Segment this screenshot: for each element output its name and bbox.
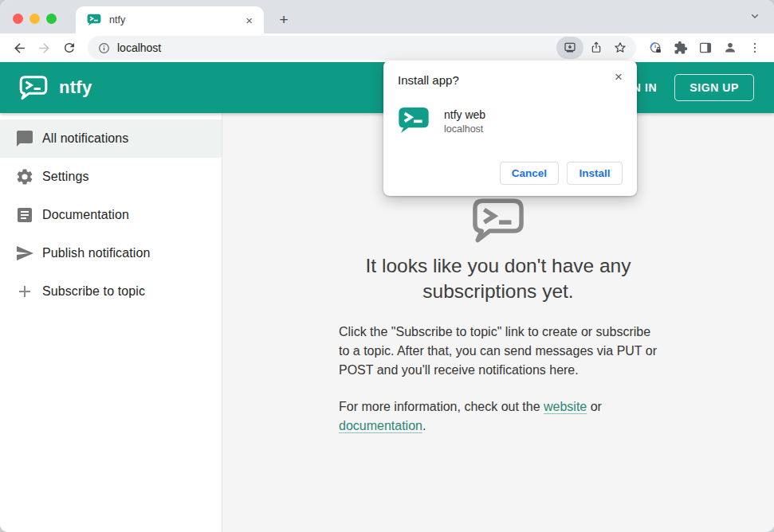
dialog-app-row: ntfy web localhost: [398, 105, 623, 137]
more-info-text: .: [422, 419, 426, 432]
bookmark-star-icon[interactable]: [609, 37, 631, 59]
ntfy-logo-gray-icon: [339, 198, 658, 244]
new-tab-button[interactable]: +: [274, 10, 293, 29]
sidebar-item-label: Subscribe to topic: [42, 284, 145, 299]
cancel-button[interactable]: Cancel: [500, 162, 559, 185]
ntfy-brand: ntfy: [19, 76, 92, 100]
window-close-button[interactable]: [13, 14, 23, 24]
site-info-icon[interactable]: [97, 41, 111, 55]
install-app-dialog: Install app? × ntfy web localhost Cancel…: [383, 61, 637, 196]
website-link[interactable]: website: [544, 400, 587, 413]
sidebar-item-all-notifications[interactable]: All notifications: [0, 119, 222, 158]
empty-state-more-info: For more information, check out the webs…: [339, 397, 658, 436]
gear-icon: [15, 167, 34, 186]
browser-toolbar: localhost: [0, 33, 774, 62]
dialog-close-icon[interactable]: ×: [610, 68, 627, 86]
sidebar-item-publish-notification[interactable]: Publish notification: [0, 234, 222, 272]
window-minimize-button[interactable]: [29, 14, 40, 24]
reload-icon[interactable]: [60, 37, 80, 59]
tab-strip: ntfy × +: [0, 0, 774, 33]
ntfy-app-icon: [398, 105, 430, 137]
plus-icon: [15, 282, 34, 301]
tab-title: ntfy: [109, 14, 242, 25]
extensions-puzzle-icon[interactable]: [670, 37, 692, 59]
ntfy-favicon-icon: [87, 13, 101, 27]
ntfy-logo-icon: [19, 76, 48, 100]
article-icon: [15, 205, 34, 225]
sidebar-item-label: Documentation: [42, 208, 129, 222]
profile-avatar-icon[interactable]: [719, 37, 741, 59]
browser-window: ntfy × +: [0, 0, 774, 532]
sidebar-item-label: Settings: [42, 170, 89, 184]
empty-state-paragraph: Click the "Subscribe to topic" link to c…: [339, 323, 658, 380]
window-zoom-button[interactable]: [46, 14, 57, 24]
documentation-link[interactable]: documentation: [339, 419, 422, 432]
dialog-title: Install app?: [398, 73, 623, 87]
dialog-app-name: ntfy web: [444, 108, 485, 121]
back-icon[interactable]: [10, 37, 29, 59]
sidebar-item-settings[interactable]: Settings: [0, 158, 222, 196]
address-bar[interactable]: localhost: [88, 36, 636, 60]
chat-icon: [15, 129, 34, 148]
install-button[interactable]: Install: [567, 162, 623, 185]
more-info-text: or: [587, 400, 602, 413]
install-app-icon[interactable]: [556, 37, 583, 59]
extension-lock-icon[interactable]: [645, 37, 667, 59]
dialog-actions: Cancel Install: [500, 162, 623, 185]
sidebar: All notifications Settings Documentation…: [0, 113, 222, 532]
browser-menu-icon[interactable]: [744, 37, 766, 59]
sidebar-item-documentation[interactable]: Documentation: [0, 196, 222, 234]
sidebar-item-subscribe-to-topic[interactable]: Subscribe to topic: [0, 272, 222, 311]
window-controls: [13, 14, 57, 24]
url-text[interactable]: localhost: [117, 41, 161, 54]
tab-close-icon[interactable]: ×: [242, 13, 256, 28]
tab-search-chevron-icon[interactable]: [748, 10, 761, 22]
empty-state-heading: It looks like you don't have any subscri…: [339, 253, 658, 305]
toolbar-extensions-area: [642, 37, 766, 59]
sign-up-button[interactable]: SIGN UP: [674, 74, 754, 101]
side-panel-icon[interactable]: [694, 37, 717, 59]
sidebar-item-label: Publish notification: [42, 246, 150, 260]
browser-tab-ntfy[interactable]: ntfy ×: [76, 6, 264, 33]
app-title: ntfy: [59, 77, 92, 98]
forward-icon[interactable]: [34, 37, 54, 59]
share-icon[interactable]: [585, 37, 607, 59]
send-icon: [15, 244, 34, 263]
dialog-app-origin: localhost: [444, 123, 485, 135]
more-info-text: For more information, check out the: [339, 400, 544, 413]
sidebar-item-label: All notifications: [42, 131, 128, 146]
